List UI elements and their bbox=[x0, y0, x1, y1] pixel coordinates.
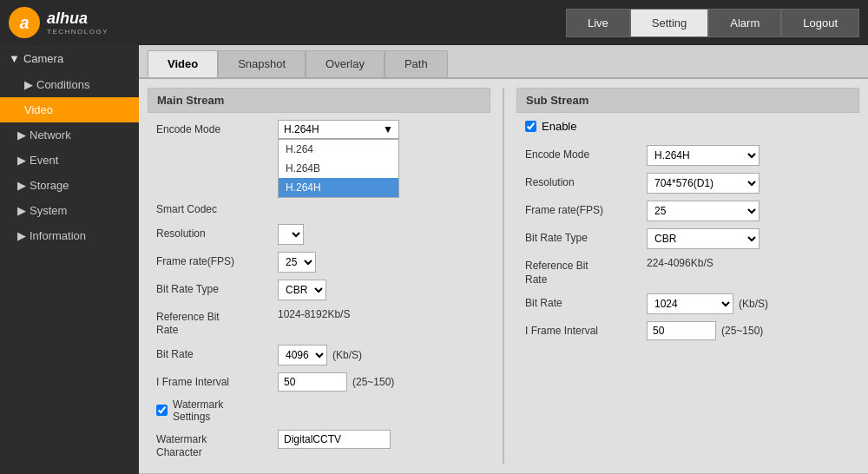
logo-icon: a bbox=[9, 7, 40, 38]
sidebar-section-camera[interactable]: ▼ Camera bbox=[0, 45, 139, 72]
sub-bit-rate-type-label: Bit Rate Type bbox=[525, 228, 647, 246]
sub-resolution-row: Resolution 704*576(D1) bbox=[516, 173, 859, 194]
smart-codec-row: Smart Codec bbox=[148, 200, 490, 217]
bit-rate-label: Bit Rate bbox=[156, 345, 278, 362]
nav-tab-setting[interactable]: Setting bbox=[630, 9, 708, 37]
sub-resolution-label: Resolution bbox=[525, 173, 647, 190]
sidebar-item-network[interactable]: ▶ Network bbox=[0, 122, 139, 148]
frame-rate-row: Frame rate(FPS) 25 bbox=[148, 252, 490, 273]
watermark-settings-row: Watermark Settings bbox=[148, 398, 490, 423]
enable-row: Enable bbox=[516, 120, 859, 136]
sub-bit-rate-type-row: Bit Rate Type CBR bbox=[516, 228, 859, 249]
resolution-select[interactable] bbox=[278, 224, 304, 245]
sidebar-item-video[interactable]: Video bbox=[0, 97, 139, 122]
i-frame-label: I Frame Interval bbox=[156, 372, 278, 390]
watermark-char-row: Watermark Character bbox=[148, 430, 490, 460]
frame-rate-label: Frame rate(FPS) bbox=[156, 252, 278, 269]
sidebar-item-conditions[interactable]: ▶ Conditions bbox=[0, 72, 139, 97]
main-stream-title: Main Stream bbox=[148, 88, 490, 113]
encode-mode-arrow-icon: ▼ bbox=[383, 123, 393, 135]
sidebar-item-label: Video bbox=[24, 103, 53, 116]
content-area: Video Snapshot Overlay Path Main Stream … bbox=[139, 45, 868, 474]
sub-bit-rate-label: Bit Rate bbox=[525, 293, 647, 311]
reference-bit-rate-label: Reference Bit Rate bbox=[156, 307, 278, 338]
nav-tabs: Live Setting Alarm Logout bbox=[566, 9, 859, 37]
sub-frame-rate-row: Frame rate(FPS) 25 bbox=[516, 201, 859, 221]
encode-mode-row: Encode Mode H.264H ▼ H.264 H.264B H.264H bbox=[148, 120, 490, 139]
main-stream-panel: Main Stream Encode Mode H.264H ▼ H.264 bbox=[148, 88, 490, 464]
bit-rate-type-select[interactable]: CBR bbox=[278, 280, 326, 300]
tab-overlay[interactable]: Overlay bbox=[306, 50, 385, 77]
sub-reference-bit-value: 224-4096Kb/S bbox=[647, 253, 713, 269]
sidebar-item-label: System bbox=[30, 204, 67, 217]
frame-rate-select[interactable]: 25 bbox=[278, 252, 316, 273]
sub-frame-rate-select[interactable]: 25 bbox=[647, 201, 760, 221]
sidebar-item-information[interactable]: ▶ Information bbox=[0, 223, 139, 248]
sub-reference-bit-rate-label: Reference Bit Rate bbox=[525, 256, 647, 286]
reference-bit-rate-value: 1024-8192Kb/S bbox=[278, 305, 350, 320]
logo: a alhua TECHNOLOGY bbox=[9, 7, 108, 38]
header: a alhua TECHNOLOGY Live Setting Alarm Lo… bbox=[0, 0, 868, 45]
encode-mode-label: Encode Mode bbox=[156, 120, 278, 137]
event-arrow-icon: ▶ bbox=[17, 154, 26, 167]
logo-name: alhua bbox=[47, 10, 108, 26]
dropdown-option-h264b[interactable]: H.264B bbox=[279, 159, 398, 178]
sub-encode-mode-label: Encode Mode bbox=[525, 145, 647, 162]
enable-label: Enable bbox=[542, 120, 576, 133]
nav-tab-logout[interactable]: Logout bbox=[781, 9, 859, 37]
sub-i-frame-label: I Frame Interval bbox=[525, 321, 647, 339]
sub-bit-rate-select[interactable]: 1024 bbox=[647, 293, 733, 314]
storage-arrow-icon: ▶ bbox=[17, 179, 26, 192]
sub-i-frame-range: (25~150) bbox=[721, 325, 763, 337]
bit-rate-type-row: Bit Rate Type CBR bbox=[148, 280, 490, 300]
main-layout: ▼ Camera ▶ Conditions Video ▶ Network ▶ … bbox=[0, 45, 868, 474]
sub-bit-rate-row: Bit Rate 1024 (Kb/S) bbox=[516, 293, 859, 314]
sidebar-item-storage[interactable]: ▶ Storage bbox=[0, 173, 139, 198]
network-arrow-icon: ▶ bbox=[17, 128, 26, 142]
sidebar-item-label: Information bbox=[30, 229, 86, 242]
sub-reference-bit-rate-row: Reference Bit Rate 224-4096Kb/S bbox=[516, 256, 859, 286]
sub-stream-title: Sub Stream bbox=[516, 88, 859, 113]
bit-rate-row: Bit Rate 4096 (Kb/S) bbox=[148, 345, 490, 365]
dropdown-option-h264[interactable]: H.264 bbox=[279, 140, 398, 159]
watermark-checkbox[interactable] bbox=[156, 405, 168, 416]
sub-encode-mode-select[interactable]: H.264H bbox=[647, 145, 760, 166]
tab-video[interactable]: Video bbox=[148, 50, 218, 77]
sub-stream-panel: Sub Stream Enable Encode Mode H.264H bbox=[516, 88, 859, 464]
sidebar-camera-label: Camera bbox=[23, 52, 63, 65]
sub-bit-rate-type-select[interactable]: CBR bbox=[647, 228, 760, 249]
encode-mode-dropdown-list: H.264 H.264B H.264H bbox=[278, 139, 399, 198]
tab-snapshot[interactable]: Snapshot bbox=[218, 50, 306, 77]
encode-mode-value: H.264H bbox=[284, 123, 319, 135]
nav-tab-alarm[interactable]: Alarm bbox=[708, 9, 781, 37]
sidebar-item-system[interactable]: ▶ System bbox=[0, 198, 139, 223]
nav-tab-live[interactable]: Live bbox=[566, 9, 630, 37]
encode-mode-dropdown-container: H.264H ▼ H.264 H.264B H.264H bbox=[278, 120, 399, 139]
sidebar-item-label: Event bbox=[30, 154, 58, 167]
watermark-char-label: Watermark Character bbox=[156, 430, 278, 460]
sub-frame-rate-label: Frame rate(FPS) bbox=[525, 201, 647, 218]
resolution-row: Resolution bbox=[148, 224, 490, 245]
i-frame-range: (25~150) bbox=[352, 376, 394, 388]
page-tabs: Video Snapshot Overlay Path bbox=[139, 45, 868, 79]
sidebar-item-label: Storage bbox=[30, 179, 69, 192]
sub-bit-rate-unit: (Kb/S) bbox=[739, 298, 768, 310]
enable-checkbox[interactable] bbox=[525, 121, 536, 132]
watermark-char-input[interactable] bbox=[278, 430, 391, 449]
i-frame-row: I Frame Interval (25~150) bbox=[148, 372, 490, 392]
sidebar-item-label: Network bbox=[30, 128, 71, 142]
bit-rate-unit: (Kb/S) bbox=[332, 349, 362, 361]
encode-mode-dropdown-header[interactable]: H.264H ▼ bbox=[278, 120, 399, 139]
tab-path[interactable]: Path bbox=[385, 50, 448, 77]
sub-encode-mode-row: Encode Mode H.264H bbox=[516, 145, 859, 166]
conditions-arrow-icon: ▶ bbox=[24, 78, 33, 91]
sub-i-frame-row: I Frame Interval (25~150) bbox=[516, 321, 859, 340]
i-frame-input[interactable] bbox=[278, 372, 347, 392]
sub-resolution-select[interactable]: 704*576(D1) bbox=[647, 173, 760, 194]
bit-rate-select[interactable]: 4096 bbox=[278, 345, 327, 365]
sidebar-item-event[interactable]: ▶ Event bbox=[0, 148, 139, 173]
sidebar-item-label: Conditions bbox=[36, 78, 89, 91]
encode-mode-control: H.264H ▼ H.264 H.264B H.264H bbox=[278, 120, 482, 139]
sub-i-frame-input[interactable] bbox=[647, 321, 716, 340]
dropdown-option-h264h[interactable]: H.264H bbox=[279, 178, 398, 197]
